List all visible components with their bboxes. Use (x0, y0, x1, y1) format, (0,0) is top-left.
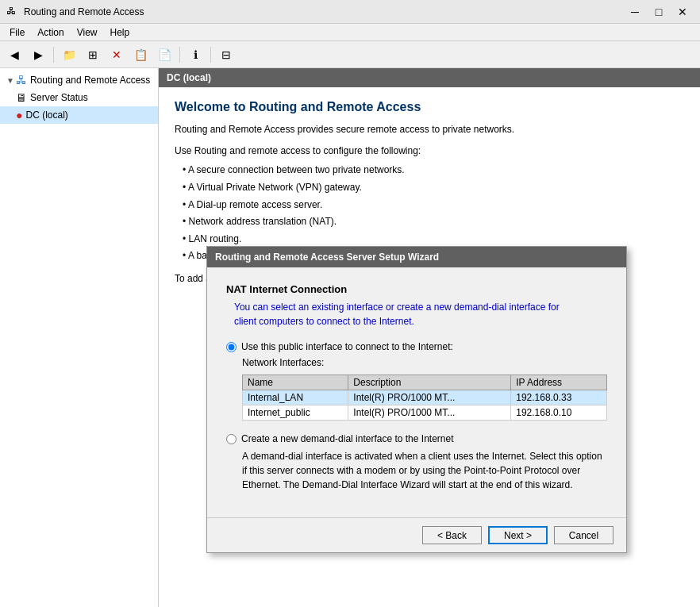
row1-desc: Intel(R) PRO/1000 MT... (348, 390, 511, 405)
bullet-3: • A Dial-up remote access server. (183, 197, 684, 214)
separator-1 (53, 47, 54, 63)
sidebar-item-label-dc: DC (local) (25, 109, 67, 121)
col-description: Description (348, 375, 511, 390)
interfaces-table-wrapper: Name Description IP Address Internal_LAN… (226, 375, 607, 421)
wizard-footer: < Back Next > Cancel (207, 517, 626, 552)
separator-3 (210, 47, 211, 63)
content-body: Welcome to Routing and Remote Access Rou… (159, 87, 700, 607)
sidebar-item-label-rra: Routing and Remote Access (30, 75, 150, 86)
wizard-section-title: NAT Internet Connection (226, 283, 607, 295)
copy-button[interactable]: 📋 (129, 44, 152, 65)
minimize-button[interactable]: ─ (624, 2, 646, 22)
radio-text-1: Use this public interface to connect to … (241, 341, 453, 352)
window-controls: ─ □ ✕ (624, 2, 694, 22)
rra-icon: 🖧 (16, 74, 27, 86)
next-button[interactable]: Next > (488, 526, 548, 544)
menu-view[interactable]: View (71, 25, 104, 40)
radio-text-2: Create a new demand-dial interface to th… (241, 433, 454, 444)
radio-group-2: Create a new demand-dial interface to th… (226, 433, 607, 492)
welcome-intro2: Use Routing and remote access to configu… (175, 144, 684, 159)
title-bar: 🖧 Routing and Remote Access ─ □ ✕ (0, 0, 700, 24)
info-button[interactable]: ℹ (184, 44, 206, 65)
title-bar-text: Routing and Remote Access (24, 6, 624, 17)
sidebar-item-rra[interactable]: ▼ 🖧 Routing and Remote Access (0, 71, 158, 89)
delete-button[interactable]: ✕ (106, 44, 128, 65)
row1-name: Internal_LAN (243, 390, 348, 405)
row2-ip: 192.168.0.10 (511, 405, 607, 421)
maximize-button[interactable]: □ (648, 2, 670, 22)
bullet-1: • A secure connection between two privat… (183, 162, 684, 179)
console-button[interactable]: ⊟ (215, 44, 237, 65)
sidebar-item-dc[interactable]: ● DC (local) (0, 106, 158, 124)
row1-ip: 192.168.0.33 (511, 390, 607, 405)
menu-action[interactable]: Action (31, 25, 70, 40)
table-row[interactable]: Internet_public Intel(R) PRO/1000 MT... … (243, 405, 607, 421)
welcome-intro1: Routing and Remote Access provides secur… (175, 122, 684, 137)
col-name: Name (243, 375, 348, 390)
radio-group-1: Use this public interface to connect to … (226, 341, 607, 421)
dc-icon: ● (16, 109, 22, 121)
grid-button[interactable]: ⊞ (82, 44, 104, 65)
bullet-2: • A Virtual Private Network (VPN) gatewa… (183, 179, 684, 197)
table-row[interactable]: Internal_LAN Intel(R) PRO/1000 MT... 192… (243, 390, 607, 405)
radio-input-1[interactable] (226, 342, 237, 352)
paste-button[interactable]: 📄 (153, 44, 175, 65)
radio-input-2[interactable] (226, 434, 237, 444)
sidebar-item-label-server-status: Server Status (30, 92, 88, 103)
wizard-dialog: Routing and Remote Access Server Setup W… (206, 246, 627, 553)
back-button[interactable]: < Back (422, 526, 482, 544)
menu-help[interactable]: Help (104, 25, 137, 40)
separator-2 (179, 47, 180, 63)
back-button[interactable]: ◀ (3, 44, 25, 65)
row2-name: Internet_public (243, 405, 348, 421)
wizard-section-desc: You can select an existing interface or … (226, 300, 607, 328)
server-status-icon: 🖥 (16, 91, 27, 104)
bullet-4: • Network address translation (NAT). (183, 213, 684, 231)
content-header-title: DC (local) (167, 72, 211, 83)
interfaces-table: Name Description IP Address Internal_LAN… (242, 375, 607, 421)
radio-label-2[interactable]: Create a new demand-dial interface to th… (226, 433, 607, 444)
app-icon: 🖧 (6, 6, 19, 18)
forward-button[interactable]: ▶ (27, 44, 49, 65)
content-header: DC (local) (159, 68, 700, 87)
close-button[interactable]: ✕ (671, 2, 694, 22)
sidebar-item-server-status[interactable]: 🖥 Server Status (0, 89, 158, 106)
radio2-desc: A demand-dial interface is activated whe… (226, 449, 607, 492)
main-layout: ▼ 🖧 Routing and Remote Access 🖥 Server S… (0, 68, 700, 607)
col-ip: IP Address (511, 375, 607, 390)
radio-label-1[interactable]: Use this public interface to connect to … (226, 341, 607, 352)
wizard-body: NAT Internet Connection You can select a… (207, 267, 626, 517)
cancel-button[interactable]: Cancel (554, 526, 613, 544)
welcome-title: Welcome to Routing and Remote Access (175, 100, 684, 114)
sidebar: ▼ 🖧 Routing and Remote Access 🖥 Server S… (0, 68, 159, 607)
menu-bar: File Action View Help (0, 24, 700, 41)
expand-arrow: ▼ (6, 76, 14, 85)
content-area: DC (local) Welcome to Routing and Remote… (159, 68, 700, 607)
wizard-title-bar: Routing and Remote Access Server Setup W… (207, 247, 626, 267)
row2-desc: Intel(R) PRO/1000 MT... (348, 405, 511, 421)
toolbar: ◀ ▶ 📁 ⊞ ✕ 📋 📄 ℹ ⊟ (0, 41, 700, 68)
folder-button[interactable]: 📁 (58, 44, 80, 65)
network-interfaces-label: Network Interfaces: (226, 357, 607, 368)
menu-file[interactable]: File (3, 25, 31, 40)
